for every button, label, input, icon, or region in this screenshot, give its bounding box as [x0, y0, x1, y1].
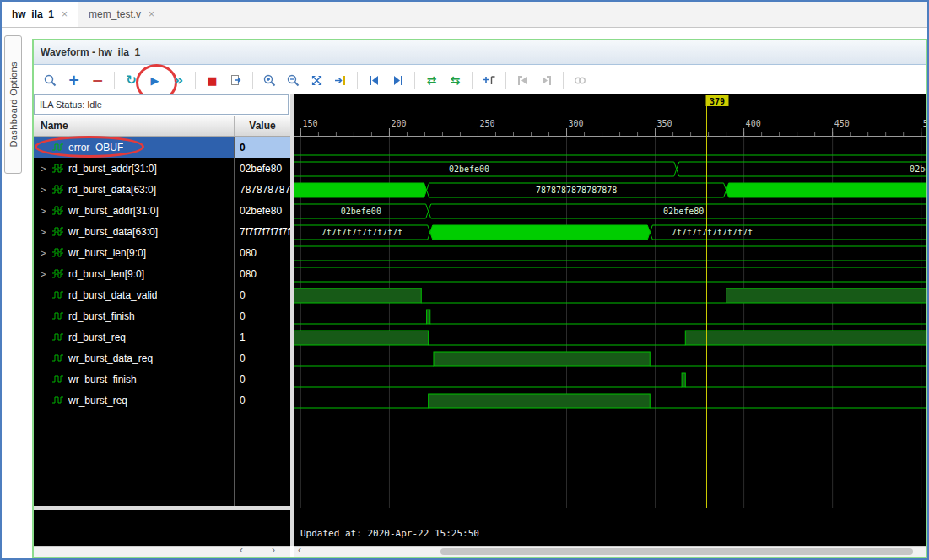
link-waveforms-button[interactable]	[569, 69, 591, 92]
run-trigger-immediate-button[interactable]: »	[167, 69, 190, 92]
swap-cursor-left-button[interactable]: ⇄	[420, 69, 443, 92]
column-header-name[interactable]: Name	[34, 116, 235, 136]
svg-text:7f7f7f7f7f7f7f7f: 7f7f7f7f7f7f7f7f	[672, 228, 753, 237]
waveform-panel: Waveform - hw_ila_1 + − ↻ ▶ » ■	[32, 39, 928, 558]
stop-trigger-button[interactable]: ■	[201, 69, 224, 92]
signal-row[interactable]: wr_burst_finish 0	[34, 369, 290, 390]
signal-row[interactable]: rd_burst_data_valid 0	[34, 284, 290, 305]
signal-name-cell[interactable]: rd_burst_finish	[34, 305, 235, 326]
signal-name-cell[interactable]: rd_burst_req	[34, 326, 235, 347]
waveform-hscrollbar[interactable]: ‹	[294, 546, 926, 557]
zoom-out-button[interactable]	[282, 69, 305, 92]
scroll-left-icon[interactable]: ‹	[298, 545, 301, 556]
panel-body: ILA Status: Idle Name Value error_OBUF 0…	[34, 94, 926, 557]
svg-text:02befe80: 02befe80	[663, 207, 704, 216]
svg-text:150: 150	[302, 119, 317, 128]
svg-text:500: 500	[923, 119, 926, 128]
signal-row[interactable]: > rd_burst_len[9:0] 080	[34, 263, 290, 284]
signal-name-cell[interactable]: > wr_burst_data[63:0]	[34, 221, 235, 242]
signal-row[interactable]: > wr_burst_data[63:0] 7f7f7f7f7f7f7f7f	[34, 221, 290, 242]
run-trigger-button[interactable]: ▶	[143, 69, 166, 92]
next-transition-button[interactable]	[386, 69, 409, 92]
signal-name-cell[interactable]: wr_burst_data_req	[34, 347, 235, 369]
tab-hw-ila-1[interactable]: hw_ila_1 ×	[2, 2, 78, 27]
bit-signal-icon	[51, 289, 64, 300]
signal-name-cell[interactable]: wr_burst_req	[34, 390, 235, 411]
waveform-plot[interactable]: 15020025030035040045050002befe0002befe80…	[294, 94, 926, 546]
table-hscrollbar[interactable]: ‹ ›	[34, 546, 290, 557]
signal-name-cell[interactable]: > rd_burst_len[9:0]	[34, 263, 235, 284]
expander-icon[interactable]: >	[41, 164, 51, 174]
bit-signal-icon	[51, 374, 64, 385]
scroll-left-icon[interactable]: ‹	[240, 545, 243, 556]
restart-icon: ↻	[126, 74, 137, 87]
stop-icon: ■	[207, 75, 217, 86]
signal-name: rd_burst_finish	[68, 310, 135, 322]
signal-row[interactable]: > rd_burst_addr[31:0] 02befe80	[34, 158, 290, 179]
search-button[interactable]	[39, 69, 62, 92]
signal-name-cell[interactable]: > rd_burst_data[63:0]	[34, 179, 235, 200]
add-marker-button[interactable]	[478, 69, 500, 92]
signal-name-cell[interactable]: > wr_burst_len[9:0]	[34, 242, 235, 263]
signal-name: wr_burst_data_req	[68, 353, 153, 364]
zoom-to-cursor-button[interactable]	[329, 69, 352, 92]
scrollbar-thumb[interactable]	[440, 548, 913, 555]
signal-value: 0	[235, 347, 290, 369]
restart-trigger-button[interactable]: ↻	[120, 69, 143, 92]
svg-text:400: 400	[746, 119, 761, 128]
signal-row[interactable]: rd_burst_finish 0	[34, 305, 290, 326]
expander-icon[interactable]: >	[41, 227, 51, 237]
zoom-in-button[interactable]	[258, 69, 281, 92]
panel-titlebar[interactable]: Waveform - hw_ila_1	[34, 40, 926, 65]
add-probe-button[interactable]: +	[62, 69, 85, 92]
swap-cursor-right-button[interactable]: ⇆	[444, 69, 467, 92]
signal-name-cell[interactable]: wr_burst_finish	[34, 369, 235, 390]
svg-text:379: 379	[710, 97, 725, 106]
expander-icon[interactable]: >	[41, 206, 51, 216]
previous-marker-button[interactable]	[511, 69, 534, 92]
signal-value: 0	[235, 137, 290, 158]
previous-transition-icon	[367, 73, 381, 88]
signal-row[interactable]: rd_burst_req 1	[34, 326, 290, 347]
signal-name-cell[interactable]: > rd_burst_addr[31:0]	[34, 158, 235, 179]
fast-forward-icon: »	[174, 73, 184, 88]
signal-value: 1	[235, 326, 290, 347]
remove-probe-button[interactable]: −	[86, 69, 109, 92]
column-header-value[interactable]: Value	[235, 116, 290, 136]
export-data-button[interactable]	[224, 69, 247, 92]
bit-signal-icon	[51, 331, 64, 342]
signal-row[interactable]: wr_burst_data_req 0	[34, 347, 290, 369]
ila-status-text: ILA Status: Idle	[40, 100, 102, 110]
tab-mem-test[interactable]: mem_test.v ×	[78, 2, 165, 27]
scroll-right-icon[interactable]: ›	[272, 545, 275, 556]
svg-text:02befe00: 02befe00	[449, 164, 489, 174]
signal-row[interactable]: > rd_burst_data[63:0] 7878787878787878	[34, 179, 290, 200]
expander-icon[interactable]: >	[41, 248, 51, 258]
next-marker-button[interactable]	[535, 69, 558, 92]
expander-icon[interactable]: >	[41, 269, 51, 279]
toolbar-separator	[505, 72, 506, 89]
signal-row[interactable]: wr_burst_req 0	[34, 390, 290, 411]
swap-right-icon: ⇆	[451, 74, 461, 86]
svg-text:450: 450	[834, 119, 850, 128]
waveform-canvas[interactable]: 15020025030035040045050002befe0002befe80…	[294, 94, 926, 546]
zoom-fit-button[interactable]	[305, 69, 328, 92]
signal-row[interactable]: > wr_burst_len[9:0] 080	[34, 242, 290, 263]
signal-table-header: Name Value	[34, 116, 290, 137]
previous-transition-button[interactable]	[363, 69, 386, 92]
signal-name-cell[interactable]: > wr_burst_addr[31:0]	[34, 200, 235, 221]
dashboard-options-tab[interactable]: Dashboard Options	[4, 35, 22, 174]
dashboard-options-label: Dashboard Options	[8, 62, 19, 148]
signal-row[interactable]: error_OBUF 0	[34, 137, 290, 158]
expander-icon[interactable]: >	[41, 185, 51, 195]
close-icon[interactable]: ×	[62, 8, 68, 20]
close-icon[interactable]: ×	[149, 8, 154, 20]
signal-value: 02befe80	[235, 200, 290, 221]
signal-row[interactable]: > wr_burst_addr[31:0] 02befe80	[34, 200, 290, 221]
signal-name: wr_burst_data[63:0]	[68, 226, 158, 238]
signal-name-cell[interactable]: rd_burst_data_valid	[34, 284, 235, 305]
swap-left-icon: ⇄	[427, 74, 437, 86]
updated-timestamp: Updated at: 2020-Apr-22 15:25:50	[300, 528, 479, 539]
search-icon	[43, 73, 57, 88]
signal-name-cell[interactable]: error_OBUF	[34, 137, 235, 158]
